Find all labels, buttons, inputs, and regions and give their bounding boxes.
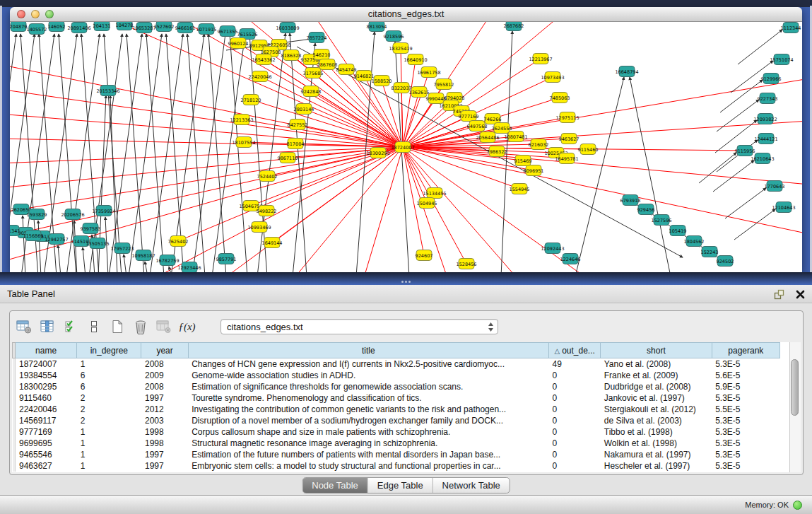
function-builder-button[interactable]: ƒ(x) [177, 317, 196, 337]
graph-node[interactable]: 915469 [514, 156, 532, 166]
graph-node[interactable]: 12092443 [541, 243, 564, 254]
graph-node[interactable]: 9242848 [301, 86, 322, 97]
graph-node[interactable]: 9463627 [559, 134, 579, 144]
row-height-button[interactable] [84, 317, 103, 337]
graph-node[interactable]: 817004 [287, 139, 305, 149]
graph-node[interactable]: 20153346 [96, 86, 119, 96]
create-table-button[interactable] [107, 317, 126, 337]
graph-node[interactable]: 12093822 [753, 114, 777, 124]
table-row[interactable]: 1872400712008Changes of HCN gene express… [13, 358, 780, 370]
graph-node[interactable]: 8813054 [367, 22, 387, 32]
graph-node[interactable]: 1224646 [560, 254, 581, 264]
float-panel-button[interactable] [772, 288, 785, 300]
graph-node[interactable]: 3175685 [303, 68, 324, 78]
table-row[interactable]: 946362711997Embryonic stem cells: a mode… [13, 460, 780, 472]
close-panel-button[interactable] [794, 288, 806, 300]
table-row[interactable]: 1456911722003Disruption of a novel membe… [13, 415, 780, 426]
graph-node[interactable]: 9115956 [735, 146, 755, 156]
graph-node[interactable]: 10993469 [247, 222, 271, 233]
graph-node[interactable]: 2718120 [241, 95, 261, 105]
graph-node[interactable]: 16033809 [276, 23, 299, 33]
column-header-short[interactable]: short [601, 343, 712, 358]
graph-node[interactable]: 9227343 [758, 93, 778, 104]
graph-node[interactable]: 6793918 [620, 195, 641, 206]
table-row[interactable]: 1938455462009Genome-wide association stu… [13, 370, 780, 381]
graph-node[interactable]: 15751074 [770, 54, 793, 65]
graph-node[interactable]: 1593829 [27, 209, 47, 220]
graph-node[interactable]: 1588520 [372, 76, 392, 86]
graph-node[interactable]: 924502 [717, 256, 734, 267]
graph-node[interactable]: 6497568 [467, 121, 488, 132]
graph-node[interactable]: 105419 [669, 226, 687, 236]
table-row[interactable]: 977716911998Corpus callosum shape and si… [13, 426, 780, 438]
graph-node[interactable]: 104278 [116, 22, 134, 30]
graph-node[interactable]: 16640910 [404, 54, 427, 65]
graph-node[interactable]: 20206576 [61, 209, 84, 220]
column-header-name[interactable]: name [16, 343, 77, 358]
column-header-year[interactable]: year [141, 343, 188, 358]
graph-node[interactable]: 161341 [10, 226, 20, 236]
graph-node[interactable]: 1504945 [417, 198, 437, 209]
graph-node[interactable]: 146052 [48, 22, 66, 32]
graph-node[interactable]: 1156869 [23, 230, 44, 241]
network-svg[interactable]: 2048791405572146052208914062041311042781… [10, 22, 802, 272]
graph-node[interactable]: 2687682 [504, 22, 524, 31]
graph-node[interactable]: 1405572 [27, 24, 47, 35]
graph-node[interactable]: 152243 [701, 247, 719, 257]
graph-node[interactable]: 9867110 [278, 153, 298, 163]
graph-node[interactable]: 7485063 [550, 93, 570, 103]
graph-node[interactable]: 16210643 [751, 153, 774, 164]
graph-node[interactable]: 9857791 [216, 254, 237, 264]
graph-node[interactable]: 20891406 [67, 23, 90, 33]
splitter-handle[interactable] [400, 279, 411, 284]
table-source-select[interactable]: citations_edges.txt [220, 319, 498, 334]
graph-node[interactable]: 1528456 [457, 259, 477, 269]
graph-node[interactable]: 12213967 [529, 54, 552, 64]
graph-node[interactable]: 16648794 [615, 66, 638, 77]
graph-node[interactable]: 1770643 [765, 181, 785, 192]
tab-edge-table[interactable]: Edge Table [367, 478, 433, 493]
delete-table-button[interactable] [131, 317, 150, 337]
graph-node[interactable]: 924607 [416, 250, 433, 261]
vertical-scrollbar[interactable] [789, 342, 801, 472]
graph-node[interactable]: 1554945 [510, 184, 530, 194]
graph-node[interactable]: 17359924 [92, 206, 115, 216]
graph-node[interactable]: 8186328 [281, 50, 302, 61]
graph-node[interactable]: 204879 [10, 22, 27, 32]
column-visibility-button[interactable] [37, 317, 57, 337]
graph-node[interactable]: 9397583 [81, 223, 101, 234]
graph-node[interactable]: 10653287 [132, 23, 155, 33]
table-row[interactable]: 969969511998Structural magnetic resonanc… [13, 438, 780, 449]
table-row[interactable]: 2242004622012Investigating the contribut… [13, 404, 780, 415]
graph-node[interactable]: 204131 [93, 22, 111, 31]
graph-node[interactable]: 16961758 [417, 67, 440, 78]
graph-node[interactable]: 9129966 [761, 74, 782, 84]
table-row[interactable]: 911546021997Tourette syndrome. Phenomeno… [13, 392, 780, 404]
graph-node[interactable]: 6216032 [529, 139, 549, 150]
graph-node[interactable]: 546210 [313, 49, 331, 60]
graph-node[interactable]: 7524402 [257, 171, 278, 182]
network-canvas[interactable]: 2048791405572146052208914062041311042781… [10, 22, 802, 272]
column-header-pagerank[interactable]: pagerank [712, 343, 779, 358]
graph-node[interactable]: 12444121 [754, 134, 777, 144]
graph-node[interactable]: 7625402 [168, 236, 189, 247]
graph-node[interactable]: 15134455 [423, 188, 446, 199]
tab-network-table[interactable]: Network Table [433, 478, 510, 493]
graph-node[interactable]: 12975115 [555, 112, 579, 123]
select-all-rows-button[interactable] [61, 317, 80, 337]
graph-node[interactable]: 8427552 [288, 119, 308, 130]
graph-node[interactable]: 18107554 [232, 137, 255, 148]
graph-node[interactable]: 1071915 [196, 24, 217, 35]
graph-node[interactable]: 9777169 [459, 111, 479, 122]
scrollbar-thumb[interactable] [791, 359, 799, 416]
zoom-window-button[interactable] [45, 10, 54, 18]
graph-node[interactable]: 9218596 [384, 31, 404, 42]
minimize-window-button[interactable] [31, 10, 40, 18]
graph-node[interactable]: 9671355 [218, 26, 238, 37]
table-row[interactable]: 946554611997Estimation of the future num… [13, 449, 780, 460]
graph-node[interactable]: 929456 [637, 204, 655, 215]
graph-node[interactable]: 1527596 [652, 215, 672, 226]
graph-node[interactable]: 18325419 [389, 43, 412, 54]
graph-node[interactable]: 1804562 [684, 236, 705, 247]
close-window-button[interactable] [17, 10, 25, 18]
